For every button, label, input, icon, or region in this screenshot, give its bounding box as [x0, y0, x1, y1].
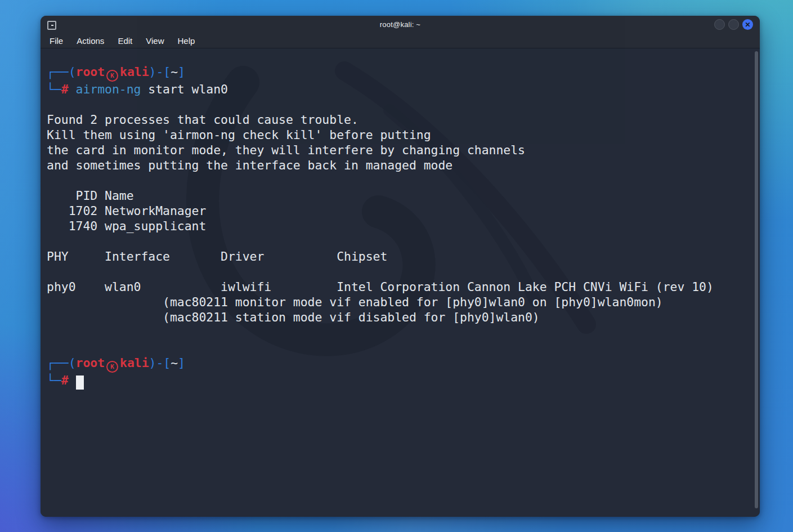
terminal-window: root@kali: ~ ✕ File Actions Edit View He…: [41, 16, 760, 517]
terminal-text: 1702 NetworkManager: [47, 204, 206, 218]
terminal-line: PID Name: [47, 188, 750, 203]
terminal-text: 1740 wpa_supplicant: [47, 219, 206, 233]
window-titlebar[interactable]: root@kali: ~ ✕: [41, 16, 760, 33]
terminal-line: (mac80211 monitor mode vif enabled for […: [47, 294, 750, 310]
menu-actions[interactable]: Actions: [70, 33, 111, 48]
window-controls: ✕: [714, 19, 753, 30]
terminal-text: kali: [120, 356, 149, 370]
terminal-text: )-[: [149, 65, 171, 79]
terminal-line: 1740 wpa_supplicant: [47, 218, 750, 234]
terminal-text: Found 2 processes that could cause troub…: [47, 113, 359, 127]
terminal-text: ]: [178, 65, 185, 79]
minimize-button[interactable]: [714, 19, 725, 30]
terminal-line: ┌──(rootKkali)-[~]: [47, 355, 750, 373]
terminal-text: └─: [47, 82, 61, 96]
terminal-text: Kill them using 'airmon-ng check kill' b…: [47, 128, 431, 142]
kali-circle-icon: K: [106, 361, 118, 373]
terminal-text: #: [61, 373, 69, 387]
terminal-text: and sometimes putting the interface back…: [47, 158, 452, 172]
maximize-button[interactable]: [728, 19, 739, 30]
terminal-text: start wlan0: [141, 82, 228, 96]
terminal-cursor: [76, 375, 84, 390]
terminal-line: ┌──(rootKkali)-[~]: [47, 64, 750, 82]
terminal-text: airmon-ng: [69, 82, 141, 96]
terminal-text: the card in monitor mode, they will inte…: [47, 143, 525, 157]
scrollbar-thumb[interactable]: [755, 51, 758, 508]
kali-circle-icon: K: [106, 70, 118, 82]
terminal-text: PHY Interface Driver Chipset: [47, 249, 387, 263]
terminal-text: [69, 373, 76, 387]
terminal-text: PID Name: [47, 189, 134, 203]
terminal-output: ┌──(rootKkali)-[~]└─# airmon-ng start wl…: [41, 48, 760, 517]
terminal-text: ┌──(: [47, 65, 76, 79]
terminal-line: [47, 97, 750, 112]
terminal-line: [47, 340, 750, 355]
menu-edit[interactable]: Edit: [111, 33, 139, 48]
menu-bar: File Actions Edit View Help: [41, 33, 760, 48]
terminal-viewport[interactable]: ┌──(rootKkali)-[~]└─# airmon-ng start wl…: [41, 48, 760, 517]
terminal-line: └─# airmon-ng start wlan0: [47, 82, 750, 97]
terminal-text: ~: [171, 356, 178, 370]
terminal-line: Found 2 processes that could cause troub…: [47, 112, 750, 127]
terminal-line: 1702 NetworkManager: [47, 203, 750, 218]
desktop-wallpaper: root@kali: ~ ✕ File Actions Edit View He…: [0, 0, 793, 532]
terminal-line: phy0 wlan0 iwlwifi Intel Corporation Can…: [47, 279, 750, 294]
terminal-line: the card in monitor mode, they will inte…: [47, 142, 750, 158]
terminal-text: ]: [178, 356, 185, 370]
close-button[interactable]: ✕: [742, 19, 753, 30]
window-title: root@kali: ~: [41, 20, 760, 29]
terminal-text: (mac80211 monitor mode vif enabled for […: [47, 295, 663, 309]
menu-file[interactable]: File: [43, 33, 70, 48]
terminal-text: ~: [171, 65, 178, 79]
terminal-line: [47, 325, 750, 340]
terminal-line: [47, 173, 750, 188]
terminal-text: root: [76, 65, 105, 79]
terminal-text: )-[: [149, 356, 171, 370]
menu-help[interactable]: Help: [171, 33, 201, 48]
terminal-line: (mac80211 station mode vif disabled for …: [47, 310, 750, 325]
terminal-text: └─: [47, 373, 61, 387]
terminal-text: #: [61, 82, 69, 96]
terminal-text: kali: [120, 65, 149, 79]
close-icon: ✕: [745, 21, 750, 28]
terminal-line: [47, 264, 750, 279]
terminal-text: root: [76, 356, 105, 370]
terminal-text: ┌──(: [47, 356, 76, 370]
terminal-text: phy0 wlan0 iwlwifi Intel Corporation Can…: [47, 280, 714, 294]
menu-view[interactable]: View: [139, 33, 171, 48]
terminal-text: (mac80211 station mode vif disabled for …: [47, 310, 540, 324]
terminal-line: [47, 234, 750, 249]
terminal-line: and sometimes putting the interface back…: [47, 158, 750, 173]
terminal-line: └─#: [47, 373, 750, 390]
terminal-line: Kill them using 'airmon-ng check kill' b…: [47, 127, 750, 142]
terminal-line: PHY Interface Driver Chipset: [47, 249, 750, 264]
terminal-app-icon[interactable]: [47, 21, 56, 30]
